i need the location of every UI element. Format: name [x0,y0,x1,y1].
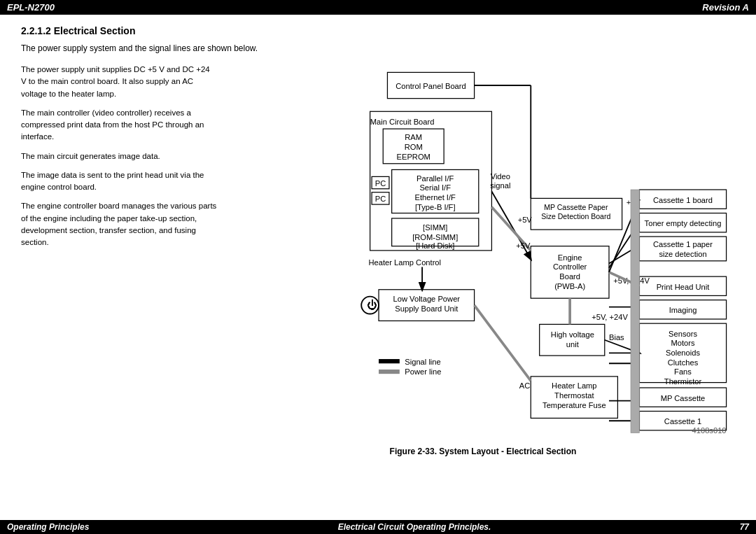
svg-line-85 [475,305,531,381]
svg-text:Serial I/F: Serial I/F [419,183,451,192]
svg-text:Imaging: Imaging [669,306,697,314]
svg-text:Parallel I/F: Parallel I/F [416,174,454,183]
svg-text:Temperature Fuse: Temperature Fuse [542,401,606,409]
svg-text:Board: Board [559,272,580,281]
svg-text:⏻: ⏻ [367,299,377,311]
svg-text:Motors: Motors [671,339,695,347]
svg-text:Solenoids: Solenoids [666,349,700,357]
svg-text:[Type-B I/F]: [Type-B I/F] [415,203,456,211]
svg-text:Cassette 1 board: Cassette 1 board [653,196,713,204]
svg-text:Control Panel Board: Control Panel Board [396,82,465,90]
svg-text:RAM: RAM [405,133,422,141]
svg-text:+5V, +24V: +5V, +24V [592,313,628,321]
svg-text:EEPROM: EEPROM [397,153,430,161]
svg-text:4108s010: 4108s010 [692,426,727,435]
svg-text:Video: Video [491,172,510,181]
section-title: 2.2.1.2 Electrical Section [21,25,735,36]
diagram-area: Control Panel Board Main Circuit Board R… [231,64,735,460]
page-footer: Operating Principles Electrical Circuit … [0,520,756,534]
footer-left: Operating Principles [7,522,89,532]
svg-text:Heater Lamp: Heater Lamp [552,381,597,390]
svg-text:MP Cassette Paper: MP Cassette Paper [544,203,608,211]
svg-text:Clutches: Clutches [668,358,699,367]
svg-text:Heater Lamp Control: Heater Lamp Control [368,258,441,267]
svg-text:Controller: Controller [553,262,587,271]
svg-text:Thermostat: Thermostat [554,391,594,400]
svg-text:signal: signal [490,181,510,190]
svg-text:Ethernet I/F: Ethernet I/F [415,193,456,202]
svg-text:+5V: +5V [516,241,531,250]
page-header: EPL-N2700 Revision A [0,0,756,15]
svg-rect-94 [631,190,639,433]
svg-text:unit: unit [566,340,580,349]
left-text-column: The power supply unit supplies DC +5 V a… [21,64,217,460]
svg-text:[SIMM]: [SIMM] [423,223,447,232]
svg-text:Fans: Fans [674,367,692,376]
intro-text: The power supply system and the signal l… [21,43,735,53]
svg-text:Size Detection Board: Size Detection Board [541,212,610,220]
svg-rect-28 [379,359,400,363]
main-area: The power supply unit supplies DC +5 V a… [21,64,735,460]
svg-text:Bias: Bias [609,333,624,342]
svg-text:AC: AC [519,381,531,390]
svg-text:ROM: ROM [405,143,423,151]
footer-right: 77 [740,522,749,532]
header-right: Revision A [702,2,749,13]
svg-rect-30 [379,370,400,374]
svg-text:Power line: Power line [405,367,441,376]
svg-text:Engine: Engine [558,253,582,262]
svg-text:Low Voltage Power: Low Voltage Power [393,295,461,303]
svg-text:[Hard Disk]: [Hard Disk] [416,241,454,250]
svg-text:MP Cassette: MP Cassette [661,394,706,402]
svg-text:PC: PC [375,179,386,188]
para-3: The main circuit generates image data. [21,150,217,162]
svg-text:[ROM-SIMM]: [ROM-SIMM] [412,233,458,241]
svg-text:Print Head Unit: Print Head Unit [657,283,710,291]
svg-text:(PWB-A): (PWB-A) [554,282,585,290]
para-4: The image data is sent to the print head… [21,169,217,194]
svg-text:Main Circuit Board: Main Circuit Board [370,118,435,126]
para-2: The main controller (video controller) r… [21,107,217,143]
svg-text:Cassette 1: Cassette 1 [664,417,701,426]
svg-text:size detection: size detection [659,250,706,258]
figure-caption: Figure 2-33. System Layout - Electrical … [231,447,735,456]
svg-text:+5V: +5V [518,216,533,224]
svg-text:High voltage: High voltage [551,330,594,339]
svg-text:Thermistor: Thermistor [664,377,702,386]
svg-text:Signal line: Signal line [405,358,440,366]
svg-text:Sensors: Sensors [668,330,697,338]
header-left: EPL-N2700 [7,2,55,13]
svg-text:PC: PC [375,195,386,203]
page-content: 2.2.1.2 Electrical Section The power sup… [0,15,756,488]
svg-text:Cassette 1 paper: Cassette 1 paper [653,240,713,248]
para-1: The power supply unit supplies DC +5 V a… [21,64,217,100]
svg-text:Supply Board Unit: Supply Board Unit [395,304,458,313]
footer-center: Electrical Circuit Operating Principles. [338,522,491,532]
para-5: The engine controller board manages the … [21,200,217,248]
svg-text:Toner empty detecting: Toner empty detecting [645,219,722,227]
